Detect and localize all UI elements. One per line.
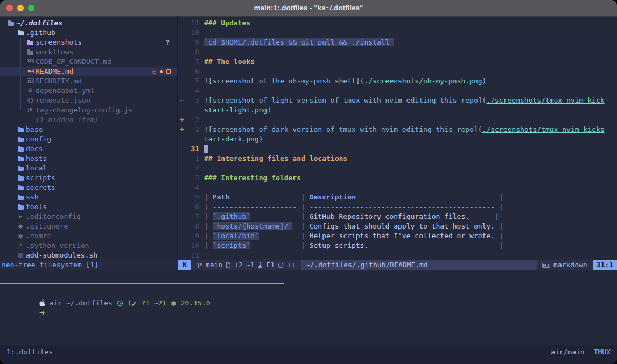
git-sign-column: [178, 251, 186, 260]
tree-item-label: (1 hidden item): [36, 116, 99, 124]
text-segment: --------------------: [213, 203, 297, 211]
filetype-label: markdown: [553, 260, 587, 270]
line-number: 10: [186, 28, 199, 38]
line-number: 7: [186, 57, 199, 67]
folder-icon: [16, 173, 25, 183]
tree-item-gitignore[interactable]: ◆.gitignore: [0, 222, 177, 231]
tree-item-secrets[interactable]: secrets: [0, 183, 177, 192]
error-count: E1: [266, 260, 275, 270]
shell-pane[interactable]: air ~/.dotfiles ( ?1 ~2) 20.15.0 ➜: [0, 285, 617, 345]
tree-item-code-of-conduct-md[interactable]: CODE_OF_CONDUCT.md: [0, 57, 177, 67]
text-segment: ./screenshots/tmux-nvim-kick: [486, 96, 604, 104]
tree-item-label: README.md: [36, 67, 73, 75]
tree-item-github[interactable]: .github: [0, 28, 177, 38]
tree-item-nvmrc[interactable]: ◉.nvmrc: [0, 231, 177, 241]
editor-line: 8: [178, 47, 617, 57]
editor-line: 11: [178, 251, 617, 260]
editor-line: start-light.png): [178, 105, 617, 115]
text-segment: ### Interesting folders: [204, 174, 301, 182]
git-sign-column: [178, 57, 186, 67]
tree-item-local[interactable]: local: [0, 163, 177, 173]
tree-item-label: workflows: [36, 48, 73, 56]
tree-item-screenshots[interactable]: screenshots?: [0, 38, 177, 47]
text-segment: |: [495, 193, 503, 201]
tree-item-label: add-submodules.sh: [26, 251, 97, 259]
tree-item-label: screenshots: [36, 38, 82, 46]
titlebar: main:1:.dotfiles - "ks~/.dotfiles": [0, 0, 617, 17]
line-number: 8: [186, 222, 199, 231]
tree-item-1-hidden-item[interactable]: (1 hidden item): [0, 115, 177, 125]
shell-input-line[interactable]: ➜: [5, 298, 617, 308]
text-segment: ![screenshot of the oh-my-posh shell](: [204, 77, 364, 85]
tree-item-tag-changelog-config-js[interactable]: JStag-changelog-config.js: [0, 105, 177, 115]
line-number: 1: [186, 125, 199, 134]
tmux-window-label[interactable]: 1:.dotfiles: [6, 347, 53, 364]
tree-item-hosts[interactable]: hosts: [0, 154, 177, 163]
flask-icon: [257, 262, 263, 268]
line-number: 4: [186, 183, 199, 192]
editor-line: 5| Path | Description |: [178, 192, 617, 202]
file-path: ~/.dotfiles/.github/README.md: [301, 260, 537, 270]
folder-open-icon: [6, 18, 15, 28]
json-braces-icon: {}: [26, 96, 34, 105]
text-segment: |: [297, 212, 309, 220]
git-sign-column: [178, 76, 186, 86]
tree-item-add-submodules-sh[interactable]: add-submodules.sh: [0, 251, 177, 260]
tree-item-docs[interactable]: docs: [0, 144, 177, 154]
close-button[interactable]: [6, 5, 13, 11]
editor-line: 7| `.github` | GitHub Repository configu…: [178, 212, 617, 222]
folder-icon: [16, 192, 25, 202]
statusline-right: markdown: [537, 260, 593, 270]
tree-item-label: local: [26, 164, 47, 172]
git-sign-column: [178, 154, 186, 163]
text-segment: `local/bin`: [213, 232, 259, 240]
tree-item-config[interactable]: config: [0, 134, 177, 144]
folder-icon: [16, 125, 25, 134]
tree-item-workflows[interactable]: workflows: [0, 47, 177, 57]
minimize-button[interactable]: [17, 5, 24, 11]
tree-item-python-version[interactable]: *.python-version: [0, 241, 177, 251]
git-sign-column: [178, 222, 186, 231]
tree-item-renovate-json[interactable]: {}renovate.json: [0, 96, 177, 105]
text-segment: |: [204, 193, 213, 201]
text-segment: `hosts/{hostname}/`: [213, 222, 293, 230]
text-segment: [250, 212, 297, 220]
diff-modified: ~1: [246, 260, 255, 270]
line-number: 31: [186, 144, 199, 154]
line-number: 6: [186, 202, 199, 212]
git-sign-column: [178, 86, 186, 96]
tree-item-scripts[interactable]: scripts: [0, 173, 177, 183]
tree-item-tools[interactable]: tools: [0, 202, 177, 212]
tree-item-dotfiles[interactable]: ~/.dotfiles: [0, 18, 177, 28]
text-segment: ### Updates: [204, 19, 250, 27]
editor-line: 5![screenshot of the oh-my-posh shell](.…: [178, 76, 617, 86]
text-segment: ./screenshots/tmux-nvim-kicks: [482, 125, 605, 133]
tree-item-dependabot-yml[interactable]: ⚙dependabot.yml: [0, 86, 177, 96]
tree-item-ssh[interactable]: ssh: [0, 192, 177, 202]
tree-item-editorconfig[interactable]: ▶.editorconfig: [0, 212, 177, 222]
tree-item-base[interactable]: base: [0, 125, 177, 134]
editor-line: 11### Updates: [178, 18, 617, 28]
cursor-position: 31:1: [593, 260, 617, 270]
tmux-pane-border-inactive[interactable]: [284, 284, 617, 284]
mode-indicator: N: [178, 260, 191, 270]
markdown-file-icon: [26, 76, 34, 86]
tmux-mode-label: TMUX: [594, 347, 611, 364]
editor-line: +2: [178, 115, 617, 125]
tree-item-label: .python-version: [26, 241, 89, 249]
tmux-pane-border-active[interactable]: [0, 283, 284, 284]
git-sign-column: [178, 241, 186, 251]
tree-item-security-md[interactable]: SECURITY.md: [0, 76, 177, 86]
text-segment: GitHub Repository configuration files.: [310, 212, 469, 220]
text-segment: [356, 193, 495, 201]
fullscreen-button[interactable]: [28, 5, 34, 11]
text-segment: |: [204, 212, 213, 220]
tree-item-readme-md[interactable]: README.mdE: [0, 67, 177, 76]
text-segment: start-light.png: [204, 106, 267, 114]
git-sign-column: [178, 18, 186, 28]
folder-open-icon: [16, 28, 25, 38]
tree-item-label: ssh: [26, 193, 38, 201]
editor-pane[interactable]: 11### Updates 10 9`cd $HOME/.dotfiles &&…: [178, 16, 617, 260]
line-number: 5: [186, 76, 199, 86]
tree-item-label: tag-changelog-config.js: [36, 106, 132, 114]
